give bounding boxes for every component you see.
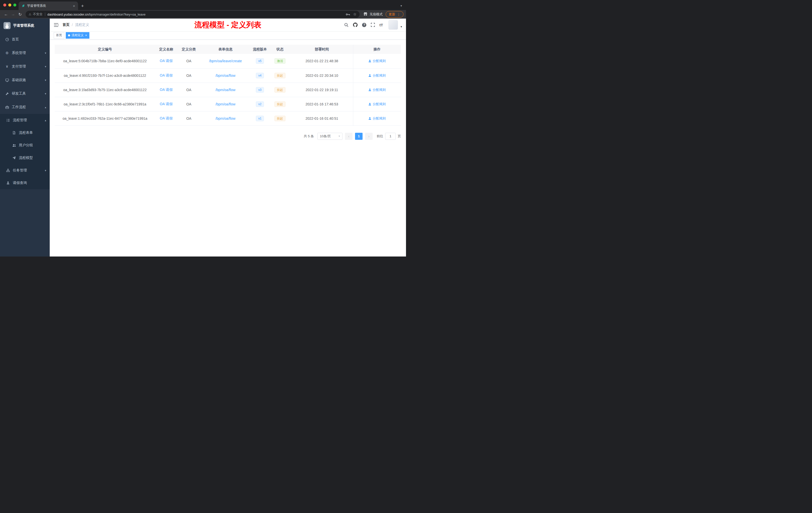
- definition-id: oa_leave:5:004b710b-7b8a-11ec-8ef0-acde4…: [55, 54, 155, 68]
- tab-close-icon[interactable]: ×: [72, 4, 76, 8]
- security-label[interactable]: 不安全: [33, 12, 43, 17]
- close-window-button[interactable]: [3, 3, 6, 6]
- definition-category: OA: [177, 97, 200, 111]
- browser-tab[interactable]: 芋道管理系统 ×: [19, 1, 78, 10]
- sidebar-item-infrastructure[interactable]: 基础设施 ▾: [0, 73, 50, 87]
- col-header-definition-id: 定义编号: [55, 45, 155, 54]
- assign-rule-link[interactable]: 分配规则: [368, 59, 386, 63]
- help-icon[interactable]: ?: [362, 23, 366, 27]
- tag-close-icon[interactable]: ×: [85, 34, 87, 37]
- browser-toolbar: ← → ↻ ⚠ 不安全 dashboard.yudao.iocoder.cn /…: [0, 10, 406, 19]
- page-size-value: 10条/页: [320, 134, 331, 139]
- back-icon[interactable]: ←: [2, 11, 9, 18]
- col-header-deploy-time: 部署时间: [291, 45, 353, 54]
- sidebar-item-user-group[interactable]: 用户分组: [0, 139, 50, 152]
- sidebar-item-dev-tools[interactable]: 研发工具 ▾: [0, 87, 50, 100]
- screen: 芋道管理系统 × + ▾ ← → ↻ ⚠ 不安全 dashboard.yudao…: [0, 0, 406, 256]
- sidebar-item-home[interactable]: 首页: [0, 33, 50, 46]
- assign-rule-link[interactable]: 分配规则: [368, 116, 386, 121]
- reload-icon[interactable]: ↻: [17, 11, 24, 18]
- browser-menu-kebab-icon[interactable]: ⋮: [397, 12, 401, 16]
- tab-favicon-leaf-icon: [21, 4, 25, 7]
- form-link[interactable]: /bpm/oa/flow: [215, 88, 235, 92]
- chevron-down-icon: ▾: [45, 92, 46, 95]
- definition-category: OA: [177, 68, 200, 83]
- assign-rule-link[interactable]: 分配规则: [368, 102, 386, 107]
- sidebar-item-payment-mgmt[interactable]: ¥ 支付管理 ▾: [0, 60, 50, 73]
- definition-category: OA: [177, 83, 200, 97]
- incognito-badge: 无痕模式: [363, 11, 383, 17]
- wrench-icon: [5, 92, 9, 96]
- sidebar-item-workflow[interactable]: 工作流程 ▴: [0, 100, 50, 114]
- sidebar-item-label: 工作流程: [12, 105, 26, 110]
- definition-name-link[interactable]: OA 请假: [160, 102, 173, 106]
- sidebar-item-system-mgmt[interactable]: ⚙ 系统管理 ▾: [0, 46, 50, 60]
- address-bar[interactable]: ⚠ 不安全 dashboard.yudao.iocoder.cn /bpm/ma…: [26, 11, 359, 18]
- update-label[interactable]: 更新: [389, 12, 395, 17]
- breadcrumb-home[interactable]: 首页: [62, 23, 69, 27]
- goto-page-input[interactable]: [385, 133, 396, 140]
- sidebar-item-process-model[interactable]: 流程模型: [0, 152, 50, 164]
- zoom-window-button[interactable]: [13, 3, 16, 6]
- browser-tab-strip: 芋道管理系统 × + ▾: [0, 0, 406, 10]
- sidebar-item-label: 首页: [12, 37, 19, 42]
- new-tab-button[interactable]: +: [81, 3, 84, 8]
- next-page-button[interactable]: ›: [365, 133, 373, 140]
- definition-id: oa_leave:1:482ec033-762a-11ec-8477-a2380…: [55, 111, 155, 125]
- definition-name-link[interactable]: OA 请假: [160, 88, 173, 92]
- sidebar-item-label: 基础设施: [12, 78, 26, 82]
- avatar-dropdown-caret-icon[interactable]: ▾: [401, 25, 402, 28]
- chevron-up-icon: ▴: [45, 105, 46, 109]
- tag-home[interactable]: 首页: [54, 32, 64, 39]
- fullscreen-icon[interactable]: [371, 23, 375, 27]
- forward-icon[interactable]: →: [9, 11, 17, 18]
- sidebar-item-label: 流程模型: [19, 156, 33, 160]
- dashboard-icon: [5, 38, 9, 41]
- col-header-category: 定义分类: [177, 45, 200, 54]
- form-link[interactable]: /bpm/oa/flow: [215, 117, 235, 120]
- prev-page-button[interactable]: ‹: [345, 133, 352, 140]
- definition-category: OA: [177, 111, 200, 125]
- tab-title: 芋道管理系统: [27, 4, 70, 8]
- definition-name-link[interactable]: OA 请假: [160, 116, 173, 120]
- page-annotation-title: 流程模型 - 定义列表: [194, 20, 261, 30]
- form-link[interactable]: /bpm/oa/leave/create: [209, 59, 242, 63]
- font-size-icon[interactable]: tT: [379, 23, 383, 27]
- browser-update-button[interactable]: 更新 ⋮: [386, 11, 404, 18]
- form-link[interactable]: /bpm/oa/flow: [215, 102, 235, 106]
- deploy-time: 2022-01-22 21:48:38: [291, 54, 353, 68]
- sidebar-item-label: 流程管理: [13, 118, 27, 122]
- tab-search-icon[interactable]: ▾: [401, 4, 402, 7]
- page-size-select[interactable]: 10条/页 ▾: [317, 133, 343, 140]
- definition-name-link[interactable]: OA 请假: [160, 73, 173, 77]
- sidebar-item-process-form[interactable]: 流程表单: [0, 126, 50, 139]
- minimize-window-button[interactable]: [8, 3, 11, 6]
- assign-rule-link[interactable]: 分配规则: [368, 73, 386, 78]
- table-row: oa_leave:4:991f2193-7b7f-11ec-a3c8-acde4…: [55, 68, 401, 83]
- bookmark-star-icon[interactable]: ☆: [353, 12, 356, 17]
- user-avatar[interactable]: [388, 20, 398, 30]
- table-row: oa_leave:2:3c1f0ef1-76b1-11ec-9c66-a2380…: [55, 97, 401, 111]
- deploy-time: 2022-01-22 19:19:11: [291, 83, 353, 97]
- sidebar-item-leave-query[interactable]: 请假查询: [0, 177, 50, 189]
- page-number-button[interactable]: 1: [355, 133, 362, 140]
- incognito-label: 无痕模式: [370, 12, 383, 17]
- tag-process-definition[interactable]: 流程定义 ×: [66, 32, 89, 39]
- github-icon[interactable]: [353, 23, 357, 27]
- form-link[interactable]: /bpm/oa/flow: [215, 73, 235, 78]
- assign-rule-link[interactable]: 分配规则: [368, 88, 386, 92]
- definition-name-link[interactable]: OA 请假: [160, 59, 173, 63]
- search-icon[interactable]: [344, 23, 348, 27]
- goto-label: 前往: [377, 134, 383, 139]
- sidebar-logo-row[interactable]: 芋道管理系统: [0, 19, 50, 33]
- document-icon: [12, 131, 16, 134]
- hamburger-icon[interactable]: [54, 23, 58, 27]
- not-secure-warning-icon: ⚠: [29, 12, 31, 16]
- password-key-icon[interactable]: [346, 13, 350, 16]
- sidebar-item-task-mgmt[interactable]: 任务管理 ▾: [0, 164, 50, 177]
- deploy-time: 2022-01-22 20:34:10: [291, 68, 353, 83]
- sidebar-item-process-mgmt[interactable]: 流程管理 ▴: [0, 114, 50, 126]
- table-header-row: 定义编号 定义名称 定义分类 表单信息 流程版本 状态 部署时间 操作: [55, 45, 401, 54]
- pagination: 共 5 条 10条/页 ▾ ‹ 1 › 前往 页: [55, 133, 401, 140]
- briefcase-icon: [5, 105, 9, 109]
